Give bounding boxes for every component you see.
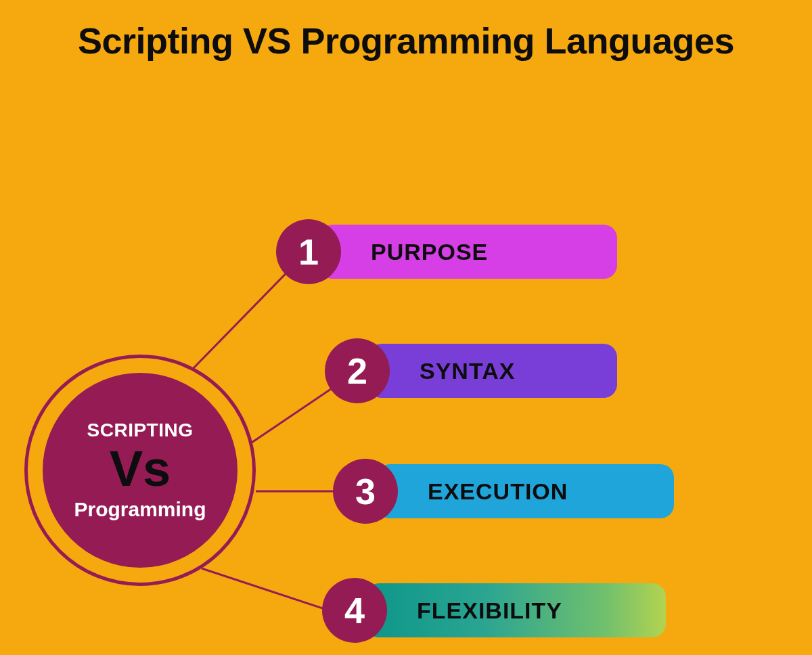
hub-text-top: SCRIPTING bbox=[87, 420, 194, 441]
item-number-2: 2 bbox=[325, 338, 390, 403]
item-label: FLEXIBILITY bbox=[417, 597, 562, 624]
item-label: PURPOSE bbox=[371, 239, 488, 265]
item-pill-purpose: PURPOSE bbox=[319, 225, 617, 279]
item-pill-execution: EXECUTION bbox=[376, 464, 674, 518]
item-label: SYNTAX bbox=[420, 358, 515, 384]
item-number-4: 4 bbox=[322, 578, 387, 643]
item-pill-syntax: SYNTAX bbox=[368, 344, 617, 398]
item-number-1: 1 bbox=[276, 219, 341, 284]
hub-circle: SCRIPTING Vs Programming bbox=[43, 373, 238, 568]
diagram-title: Scripting VS Programming Languages bbox=[0, 19, 812, 63]
item-number-3: 3 bbox=[333, 459, 398, 524]
hub-text-bottom: Programming bbox=[74, 498, 206, 521]
item-label: EXECUTION bbox=[428, 478, 568, 505]
item-pill-flexibility: FLEXIBILITY bbox=[365, 583, 666, 637]
hub-text-middle: Vs bbox=[110, 444, 171, 494]
